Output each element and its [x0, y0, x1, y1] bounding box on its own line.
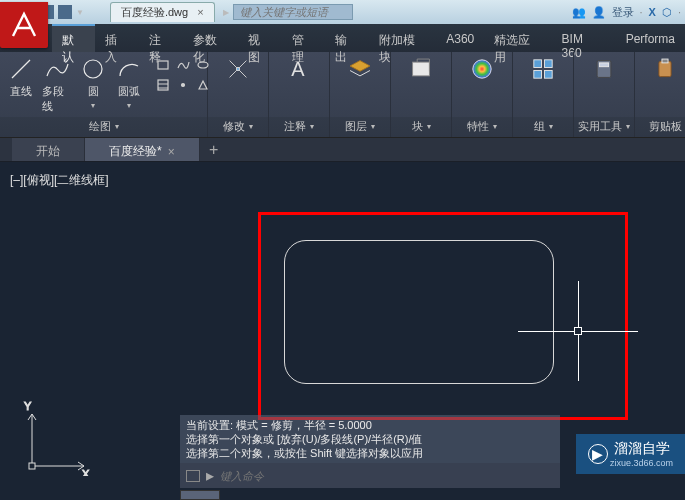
arc-tool[interactable]: 圆弧 ▾ — [114, 56, 144, 110]
close-icon[interactable]: × — [197, 6, 203, 18]
hatch-icon[interactable] — [154, 76, 172, 94]
tab-addins[interactable]: 附加模块 — [369, 24, 436, 52]
svg-point-1 — [84, 60, 102, 78]
drawing-canvas[interactable]: [–][俯视][二维线框] X Y 当前设置: 模式 = 修剪，半径 = 5.0… — [0, 162, 685, 500]
play-icon: ▶ — [588, 444, 608, 464]
line-tool[interactable]: 直线 — [6, 56, 36, 99]
svg-rect-10 — [534, 60, 542, 68]
command-input-row[interactable]: ▸ — [180, 463, 560, 488]
modify-tool[interactable] — [214, 56, 262, 82]
scrollbar-handle[interactable] — [180, 490, 220, 500]
panel-label: 图层 — [345, 119, 367, 134]
chevron-down-icon: ▾ — [127, 101, 131, 110]
utilities-tool[interactable] — [580, 56, 628, 82]
tab-view[interactable]: 视图 — [238, 24, 282, 52]
spline-icon[interactable] — [174, 56, 192, 74]
people-icon[interactable]: 👥 — [572, 6, 586, 19]
tab-bim360[interactable]: BIM 360 — [552, 24, 616, 52]
tab-current[interactable]: 百度经验* × — [85, 138, 200, 161]
draw-mini-tools — [154, 56, 212, 94]
cmd-line: 当前设置: 模式 = 修剪，半径 = 5.0000 — [186, 418, 554, 432]
tab-perf[interactable]: Performa — [616, 24, 685, 52]
tab-default[interactable]: 默认 — [52, 24, 96, 52]
tab-label: 百度经验* — [109, 143, 162, 160]
panel-groups: 组▾ — [513, 52, 574, 137]
ribbon: 直线 多段线 圆 ▾ 圆弧 ▾ — [0, 52, 685, 138]
ucs-y-label: Y — [24, 400, 32, 412]
circle-tool[interactable]: 圆 ▾ — [78, 56, 108, 110]
block-tool[interactable] — [397, 56, 445, 82]
tab-parametric[interactable]: 参数化 — [183, 24, 238, 52]
command-icon[interactable] — [186, 470, 200, 482]
svg-rect-17 — [662, 59, 668, 63]
chevron-right-icon[interactable]: ▶ — [223, 8, 229, 17]
watermark-sub: zixue.3d66.com — [610, 458, 673, 468]
watermark: ▶ 溜溜自学 zixue.3d66.com — [576, 434, 685, 474]
app-menu-button[interactable] — [0, 2, 48, 48]
ucs-icon[interactable]: X Y — [14, 396, 94, 480]
close-icon[interactable]: × — [168, 145, 175, 159]
svg-rect-2 — [158, 61, 168, 69]
watermark-text: 溜溜自学 — [614, 440, 673, 458]
login-link[interactable]: 登录 — [612, 5, 634, 20]
search-input[interactable] — [233, 4, 353, 20]
chevron-down-icon[interactable]: ▾ — [115, 122, 119, 131]
svg-rect-13 — [545, 71, 553, 79]
text-tool[interactable]: A — [275, 56, 323, 82]
group-tool[interactable] — [519, 56, 567, 82]
svg-point-9 — [473, 60, 491, 78]
tab-label: 开始 — [36, 143, 60, 160]
cmd-line: 选择第二个对象，或按住 Shift 键选择对象以应用 — [186, 446, 554, 460]
a360-icon[interactable]: ⬡ — [662, 6, 672, 19]
panel-block: 块▾ — [391, 52, 452, 137]
tab-manage[interactable]: 管理 — [282, 24, 326, 52]
command-input[interactable] — [220, 470, 554, 482]
command-history: 当前设置: 模式 = 修剪，半径 = 5.0000 选择第一个对象或 [放弃(U… — [180, 415, 560, 463]
qat-icon[interactable] — [58, 5, 72, 19]
panel-label: 剪贴板 — [649, 119, 682, 134]
tab-insert[interactable]: 插入 — [95, 24, 139, 52]
svg-text:A: A — [291, 58, 305, 80]
svg-rect-20 — [29, 463, 35, 469]
title-bar: ▼ 百度经验.dwg × ▶ 👥 👤 登录 · X ⬡ · — [0, 0, 685, 24]
tool-label: 多段线 — [42, 84, 72, 114]
user-icon[interactable]: 👤 — [592, 6, 606, 19]
panel-properties: 特性▾ — [452, 52, 513, 137]
tab-featured[interactable]: 精选应用 — [484, 24, 551, 52]
panel-modify: 修改▾ — [208, 52, 269, 137]
properties-tool[interactable] — [458, 56, 506, 82]
tab-annotate[interactable]: 注释 — [139, 24, 183, 52]
panel-clipboard: 剪贴板 — [635, 52, 685, 137]
drawing-tabs: 开始 百度经验* × + — [0, 138, 685, 162]
clipboard-tool[interactable] — [641, 56, 685, 82]
file-tab[interactable]: 百度经验.dwg × — [110, 2, 215, 22]
tab-a360[interactable]: A360 — [436, 24, 484, 52]
viewport-label[interactable]: [–][俯视][二维线框] — [10, 172, 109, 189]
tab-start[interactable]: 开始 — [12, 138, 85, 161]
layers-tool[interactable] — [336, 56, 384, 82]
panel-draw: 直线 多段线 圆 ▾ 圆弧 ▾ — [0, 52, 208, 137]
panel-label: 块 — [412, 119, 423, 134]
add-tab-button[interactable]: + — [200, 138, 228, 161]
ribbon-tabs: 默认 插入 注释 参数化 视图 管理 输出 附加模块 A360 精选应用 BIM… — [52, 24, 685, 52]
panel-label: 特性 — [467, 119, 489, 134]
tab-output[interactable]: 输出 — [325, 24, 369, 52]
svg-point-6 — [236, 67, 239, 70]
point-icon[interactable] — [174, 76, 192, 94]
panel-annotate: A 注释▾ — [269, 52, 330, 137]
panel-label: 绘图 — [89, 119, 111, 134]
panel-label: 组 — [534, 119, 545, 134]
file-name: 百度经验.dwg — [121, 6, 188, 18]
cmd-line: 选择第一个对象或 [放弃(U)/多段线(P)/半径(R)/值 — [186, 432, 554, 446]
panel-utilities: 实用工具▾ — [574, 52, 635, 137]
tool-label: 直线 — [10, 84, 32, 99]
exchange-icon[interactable]: X — [649, 6, 656, 18]
rounded-rectangle-entity[interactable] — [284, 240, 554, 384]
rect-icon[interactable] — [154, 56, 172, 74]
command-window[interactable]: 当前设置: 模式 = 修剪，半径 = 5.0000 选择第一个对象或 [放弃(U… — [180, 415, 560, 488]
polyline-tool[interactable]: 多段线 — [42, 56, 72, 114]
svg-rect-11 — [545, 60, 553, 68]
chevron-down-icon: ▾ — [91, 101, 95, 110]
svg-line-0 — [12, 60, 30, 78]
chevron-down-icon[interactable]: ▼ — [76, 8, 84, 17]
